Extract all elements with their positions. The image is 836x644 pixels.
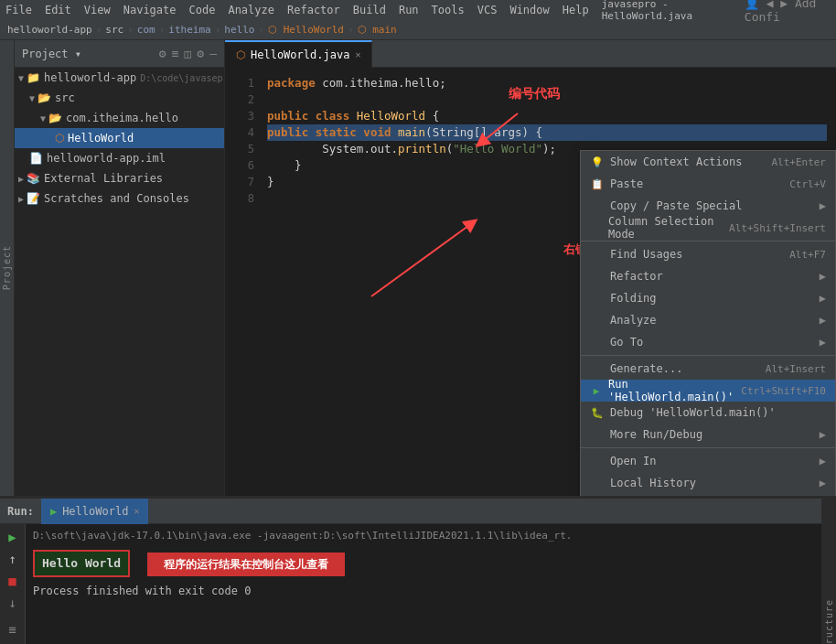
run-up-button[interactable]: ↑ [4,550,22,568]
run-tab-label: HelloWorld [62,505,128,518]
ctx-label-folding: Folding [610,292,657,305]
breadcrumb-src[interactable]: src [105,24,123,36]
panel-header: Project ▾ ⚙ ≡ ◫ ⚙ — [15,40,224,68]
tree-item-root[interactable]: ▼ 📁 helloworld-app D:\code\javasepro\hel… [15,68,224,88]
ctx-generate[interactable]: Generate... Alt+Insert [581,358,835,380]
expand-arrow-src: ▼ [29,93,35,103]
structure-label: Structure [824,599,834,644]
run-wrap-button[interactable]: ≡ [4,620,22,639]
ctx-label-copy-paste: Copy / Paste Special [610,199,743,212]
ext-libs-icon: 📚 [27,172,40,185]
folding-icon [590,291,605,306]
tree-item-ext-libs[interactable]: ▶ 📚 External Libraries [15,168,224,188]
run-stop-button[interactable]: ■ [4,572,22,590]
debug-icon: 🐛 [590,405,605,420]
run-down-button[interactable]: ↓ [4,594,22,612]
cmd-line: D:\soft\java\jdk-17.0.1\bin\java.exe -ja… [33,528,829,544]
expand-arrow-pkg: ▼ [40,113,46,123]
ctx-label-show-context: Show Context Actions [610,156,743,168]
ctx-show-context-actions[interactable]: 💡 Show Context Actions Alt+Enter [581,151,835,173]
run-tab-helloworld[interactable]: ▶ HelloWorld ✕ [41,499,149,524]
code-line-3: public class HelloWorld { [267,108,827,124]
run-side-toolbar: ▶ ↑ ■ ↓ ≡ 📌 [0,524,26,644]
panel-title: Project ▾ [22,48,81,60]
gear-icon[interactable]: ⚙ [197,47,204,60]
ctx-debug-main[interactable]: 🐛 Debug 'HelloWorld.main()' [581,402,835,424]
hello-world-output-line: Hello World 程序的运行结果在控制台这儿查看 [33,548,829,579]
ctx-paste[interactable]: 📋 Paste Ctrl+V [581,173,835,195]
ctx-shortcut-context: Alt+Enter [771,156,826,168]
tree-label-ext-libs: External Libraries [44,172,163,185]
breadcrumb-helloworld[interactable]: ⬡ HelloWorld [268,24,344,36]
menu-item-analyze[interactable]: Analyze [228,4,274,16]
tab-close-button[interactable]: ✕ [355,49,360,59]
minimize-icon[interactable]: — [209,47,217,60]
tree-label-root: helloworld-app [44,71,136,84]
menu-item-vcs[interactable]: VCS [477,4,498,16]
settings-icon[interactable]: ⚙ [159,47,166,60]
ctx-copy-paste-special[interactable]: Copy / Paste Special ▶ [581,195,835,217]
package-folder-icon: 📂 [48,112,62,124]
project-vertical-label[interactable]: Project [0,40,15,496]
collapse-icon[interactable]: ◫ [185,47,192,60]
menu-item-tools[interactable]: Tools [432,4,465,16]
ctx-run-main[interactable]: ▶ Run 'HelloWorld.main()' Ctrl+Shift+F10 [581,380,835,402]
structure-vertical-label[interactable]: Structure [821,499,836,644]
run-content: D:\soft\java\jdk-17.0.1\bin\java.exe -ja… [26,524,836,644]
history-icon [590,476,605,490]
menu-item-run[interactable]: Run [399,4,419,16]
expand-arrow-scratches: ▶ [18,194,24,204]
menu-item-window[interactable]: Window [509,4,549,16]
ctx-open-in[interactable]: Open In ▶ [581,450,835,472]
run-tab-close[interactable]: ✕ [134,506,139,516]
tree-item-helloworld[interactable]: ⬡ HelloWorld [15,128,224,148]
ctx-goto[interactable]: Go To ▶ [581,331,835,353]
tree-item-iml[interactable]: 📄 helloworld-app.iml [15,148,224,168]
breadcrumb-itheima[interactable]: itheima [168,24,210,36]
breadcrumb-com[interactable]: com [137,24,155,36]
ctx-folding[interactable]: Folding ▶ [581,287,835,309]
ctx-column-selection[interactable]: Column Selection Mode Alt+Shift+Insert [581,217,835,239]
ctx-refactor[interactable]: Refactor ▶ [581,265,835,287]
copy-special-icon [590,199,605,213]
menu-item-code[interactable]: Code [189,4,216,16]
ctx-label-goto: Go To [610,336,643,349]
menu-item-help[interactable]: Help [563,4,589,16]
run-play-button[interactable]: ▶ [4,528,22,546]
run-toolbar: ▶ ↑ ■ ↓ ≡ 📌 D:\soft\java\jdk-17.0.1\bin\… [0,524,836,644]
iml-file-icon: 📄 [29,152,43,165]
ctx-more-run[interactable]: More Run/Debug ▶ [581,424,835,445]
ctx-label-column: Column Selection Mode [608,215,729,241]
menu-item-file[interactable]: File [5,4,32,16]
ctx-local-history[interactable]: Local History ▶ [581,472,835,494]
ctx-label-analyze: Analyze [610,314,657,327]
menu-item-edit[interactable]: Edit [45,4,71,16]
ctx-label-find: Find Usages [610,248,682,261]
line-numbers: 1 2 3 4 5 6 7 8 [225,68,258,496]
breadcrumb-helloworld-app[interactable]: helloworld-app [7,24,92,36]
tree-label-helloworld: HelloWorld [68,132,134,145]
tree-item-package[interactable]: ▼ 📂 com.itheima.hello [15,108,224,128]
open-in-arrow: ▶ [820,455,826,467]
tree-item-scratches[interactable]: ▶ 📝 Scratches and Consoles [15,188,224,209]
sort-icon[interactable]: ≡ [172,47,179,60]
run-tab-icon: ▶ [50,505,57,518]
ctx-find-usages[interactable]: Find Usages Alt+F7 [581,243,835,265]
ctx-shortcut-run: Ctrl+Shift+F10 [741,385,826,397]
lightbulb-icon: 💡 [590,155,605,169]
toolbar-icons: 👤 ◀ ▶ Add Confi [745,0,831,24]
menu-item-build[interactable]: Build [353,4,386,16]
tree-item-src[interactable]: ▼ 📂 src [15,88,224,108]
ctx-shortcut-find: Alt+F7 [789,249,826,261]
breadcrumb-main[interactable]: ⬡ main [358,24,397,36]
ctx-analyze[interactable]: Analyze ▶ [581,309,835,331]
menu-item-refactor[interactable]: Refactor [287,4,340,16]
local-history-arrow: ▶ [820,477,826,489]
menu-bar: File Edit View Navigate Code Analyze Ref… [0,0,836,20]
tab-label: HelloWorld.java [251,48,349,61]
analyze-arrow: ▶ [820,314,826,327]
tab-helloworld[interactable]: ⬡ HelloWorld.java ✕ [225,40,372,68]
menu-item-navigate[interactable]: Navigate [123,4,177,16]
breadcrumb-hello[interactable]: hello [224,24,254,36]
menu-item-view[interactable]: View [84,4,111,16]
